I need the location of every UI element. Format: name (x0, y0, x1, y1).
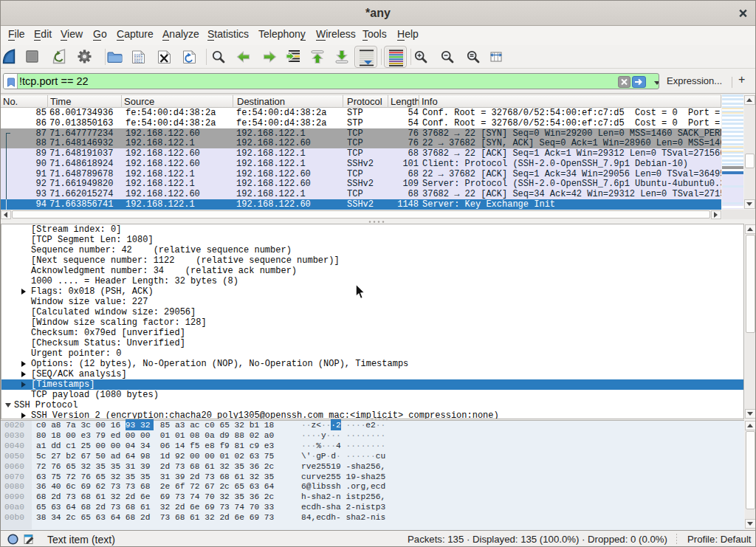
svg-text:0011: 0011 (134, 60, 143, 63)
